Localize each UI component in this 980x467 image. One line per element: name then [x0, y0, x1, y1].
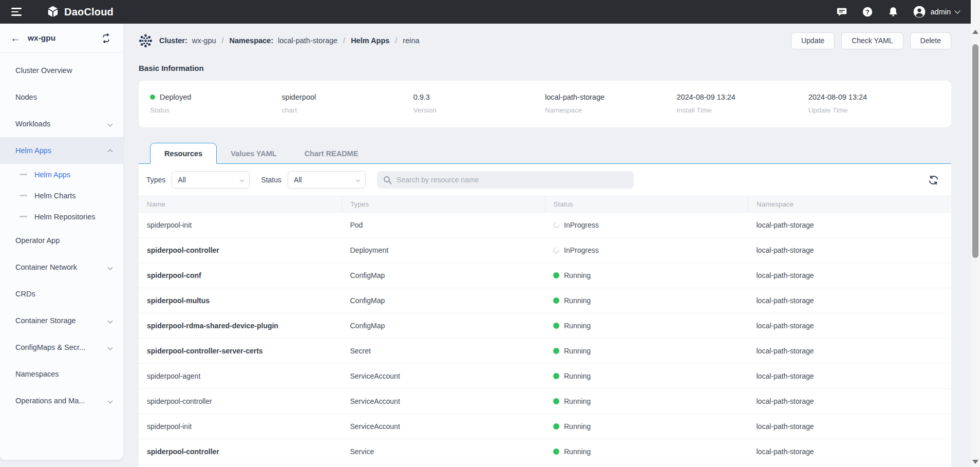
chat-icon[interactable]: [836, 6, 848, 18]
status-icon: [553, 423, 559, 429]
status-select[interactable]: All: [288, 171, 366, 189]
info-value: local-path-storage: [545, 93, 605, 101]
info-field-namespace: local-path-storage Namespace: [545, 93, 676, 114]
sidebar-item-container-network[interactable]: Container Network: [0, 254, 123, 281]
chevron-down-icon: [108, 398, 113, 403]
table-row[interactable]: spiderpool-controller Service Running lo…: [139, 439, 951, 464]
menu-icon[interactable]: [11, 8, 22, 16]
scroll-up-arrow[interactable]: [972, 30, 978, 34]
back-arrow-icon[interactable]: ←: [10, 33, 21, 43]
tab-bar: Resources Values YAML Chart README: [139, 143, 951, 164]
bell-icon[interactable]: [887, 6, 899, 18]
sidebar-item-crds[interactable]: CRDs: [0, 281, 123, 307]
scroll-down-arrow[interactable]: [972, 460, 978, 464]
sidebar-nav: Cluster Overview Nodes Workloads Helm Ap…: [0, 53, 123, 414]
svg-text:?: ?: [865, 9, 869, 16]
sidebar-item-nodes[interactable]: Nodes: [0, 84, 123, 110]
chevron-down-icon: [108, 345, 113, 350]
tab-chart-readme[interactable]: Chart README: [291, 143, 372, 164]
sidebar-item-operations[interactable]: Operations and Ma...: [0, 387, 123, 414]
sidebar-item-cluster-overview[interactable]: Cluster Overview: [0, 57, 123, 84]
info-value: 0.9.3: [413, 93, 430, 101]
update-button[interactable]: Update: [791, 32, 835, 49]
sidebar-item-helm-charts[interactable]: Helm Charts: [0, 185, 123, 206]
chevron-up-icon: [108, 149, 113, 154]
delete-button[interactable]: Delete: [910, 32, 951, 49]
sidebar: ← wx-gpu Cluster Overview Nodes Workload…: [0, 24, 123, 460]
table-row[interactable]: spiderpool-init ServiceAccount Running l…: [139, 414, 951, 439]
deployed-status-dot: [150, 95, 155, 100]
sidebar-item-configmaps-secrets[interactable]: ConfigMaps & Secr...: [0, 334, 123, 361]
info-value: 2024-08-09 13:24: [676, 93, 736, 101]
page-header: Cluster: wx-gpu / Namespace: local-path-…: [139, 31, 951, 50]
search-input[interactable]: [397, 176, 628, 184]
tab-values-yaml[interactable]: Values YAML: [217, 143, 290, 164]
search-box: [377, 171, 634, 189]
sidebar-item-workloads[interactable]: Workloads: [0, 110, 123, 137]
basic-information-card: Deployed Status spiderpool chart 0.9.3 V…: [139, 81, 951, 127]
info-field-install-time: 2024-08-09 13:24 Install Time: [676, 93, 808, 114]
app-dots-icon: [139, 34, 153, 48]
chevron-down-icon: [108, 265, 113, 270]
column-header-namespace: Namespace: [748, 196, 952, 213]
main-content: Cluster: wx-gpu / Namespace: local-path-…: [123, 24, 971, 467]
info-value: Deployed: [160, 93, 191, 101]
table-row[interactable]: spiderpool-init Pod InProgress local-pat…: [139, 213, 951, 238]
table-header-row: Name Types Status Namespace: [139, 196, 951, 213]
table-row[interactable]: spiderpool-controller ServiceAccount Run…: [139, 389, 951, 414]
status-icon: [553, 373, 559, 379]
sidebar-cluster-name: wx-gpu: [28, 33, 94, 43]
switch-cluster-icon[interactable]: [101, 33, 111, 43]
brand-name: DaoCloud: [64, 6, 114, 18]
status-icon: [553, 272, 559, 278]
info-field-version: 0.9.3 Version: [413, 93, 545, 114]
chevron-down-icon: [108, 318, 113, 323]
page-scrollbar: [971, 0, 980, 467]
status-filter-label: Status: [261, 176, 281, 184]
table-row[interactable]: spiderpool-rdma-shared-device-plugin Con…: [139, 313, 951, 339]
tab-resources[interactable]: Resources: [150, 143, 217, 164]
breadcrumb-namespace-value[interactable]: local-path-storage: [278, 36, 337, 45]
table-row[interactable]: spiderpool-controller Deployment InProgr…: [139, 238, 951, 263]
dash-icon: [20, 174, 27, 175]
check-yaml-button[interactable]: Check YAML: [841, 32, 903, 49]
breadcrumb-cluster-label: Cluster:: [159, 36, 187, 45]
chevron-down-icon: [240, 178, 244, 182]
sidebar-item-container-storage[interactable]: Container Storage: [0, 307, 123, 334]
filter-row: Types All Status All: [139, 164, 951, 196]
status-icon: [553, 348, 559, 354]
table-row[interactable]: spiderpool-conf ConfigMap Running local-…: [139, 263, 951, 288]
chevron-down-icon: [108, 121, 113, 126]
status-icon: [553, 398, 559, 404]
status-icon: [553, 297, 559, 304]
daocloud-cube-icon: [46, 5, 60, 18]
table-row[interactable]: spiderpool-agent ServiceAccount Running …: [139, 364, 951, 389]
info-field-chart: spiderpool chart: [281, 93, 413, 114]
refresh-icon[interactable]: [928, 174, 939, 186]
sidebar-item-namespaces[interactable]: Namespaces: [0, 361, 123, 387]
info-field-update-time: 2024-08-09 13:24 Update Time: [808, 93, 940, 114]
username: admin: [931, 8, 951, 16]
user-menu[interactable]: admin: [913, 5, 960, 18]
table-row[interactable]: spiderpool-multus ConfigMap Running loca…: [139, 288, 951, 313]
sidebar-item-helm-apps-group[interactable]: Helm Apps: [0, 137, 123, 164]
info-field-status: Deployed Status: [150, 93, 281, 114]
scrollbar-thumb[interactable]: [972, 44, 978, 258]
chevron-down-icon: [954, 8, 960, 13]
sidebar-item-helm-repositories[interactable]: Helm Repositories: [0, 206, 123, 227]
dash-icon: [20, 195, 27, 196]
sidebar-item-operator-app[interactable]: Operator App: [0, 227, 123, 254]
user-avatar-icon: [913, 5, 926, 18]
column-header-name: Name: [139, 196, 342, 213]
breadcrumb-cluster-value[interactable]: wx-gpu: [192, 36, 216, 45]
column-header-types: Types: [342, 196, 545, 213]
sidebar-item-helm-apps[interactable]: Helm Apps: [0, 164, 123, 185]
breadcrumb-helm-apps[interactable]: Helm Apps: [351, 36, 389, 45]
breadcrumb-namespace-label: Namespace:: [230, 36, 273, 45]
help-icon[interactable]: ?: [861, 6, 874, 18]
table-row[interactable]: spiderpool-controller-server-certs Secre…: [139, 339, 951, 364]
breadcrumb-app-name: reina: [403, 36, 419, 45]
info-value: spiderpool: [281, 93, 316, 101]
resources-table: Name Types Status Namespace spiderpool-i…: [139, 196, 951, 464]
types-select[interactable]: All: [172, 171, 250, 189]
